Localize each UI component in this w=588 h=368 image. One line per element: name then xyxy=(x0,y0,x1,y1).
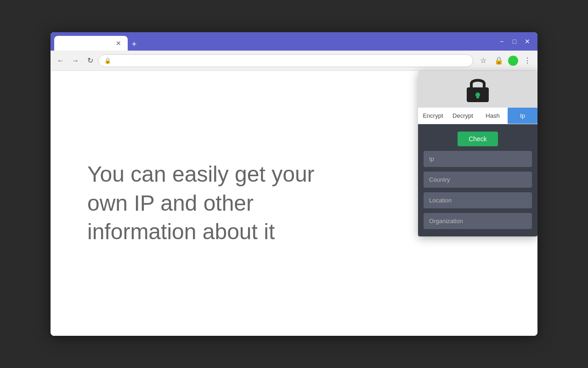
country-field: Country xyxy=(424,172,532,188)
ip-field: Ip xyxy=(424,151,532,167)
popup-tabs: Encrypt Decrypt Hash Ip xyxy=(418,108,537,124)
extension-icon[interactable]: 🔒 xyxy=(492,54,505,67)
organization-field: Organization xyxy=(424,213,532,229)
maximize-button[interactable]: □ xyxy=(510,37,519,46)
tab-decrypt[interactable]: Decrypt xyxy=(448,108,478,124)
toolbar-icons: ☆ 🔒 ⋮ xyxy=(475,54,534,67)
title-bar: ✕ + − □ ✕ xyxy=(51,32,537,51)
tab-encrypt[interactable]: Encrypt xyxy=(418,108,448,124)
extension-popup: Encrypt Decrypt Hash Ip Check Ip Country… xyxy=(418,71,537,236)
address-bar[interactable]: 🔒 xyxy=(98,54,473,67)
location-field: Location xyxy=(424,192,532,208)
minimize-button[interactable]: − xyxy=(497,37,506,46)
tab-area: ✕ + xyxy=(54,32,495,51)
svg-rect-2 xyxy=(476,95,479,98)
popup-body: Check Ip Country Location Organization xyxy=(418,124,537,236)
back-button[interactable]: ← xyxy=(54,54,67,67)
page-text-area: You can easily get your own IP and other… xyxy=(51,132,372,274)
page-content: You can easily get your own IP and other… xyxy=(51,71,537,336)
tab-close-button[interactable]: ✕ xyxy=(115,40,122,47)
main-heading: You can easily get your own IP and other… xyxy=(87,160,335,246)
star-icon[interactable]: ☆ xyxy=(477,54,490,67)
check-button[interactable]: Check xyxy=(458,132,498,146)
browser-window: ✕ + − □ ✕ ← → ↻ 🔒 ☆ 🔒 ⋮ You can easily g… xyxy=(51,32,537,336)
close-button[interactable]: ✕ xyxy=(523,37,532,46)
tab-ip[interactable]: Ip xyxy=(508,108,537,124)
secure-lock-icon: 🔒 xyxy=(104,58,111,64)
browser-tab[interactable]: ✕ xyxy=(54,36,128,51)
user-avatar[interactable] xyxy=(508,56,518,66)
window-controls: − □ ✕ xyxy=(497,37,534,46)
new-tab-button[interactable]: + xyxy=(128,38,141,51)
popup-header xyxy=(418,71,537,108)
forward-button[interactable]: → xyxy=(69,54,82,67)
menu-icon[interactable]: ⋮ xyxy=(521,54,534,67)
lock-icon xyxy=(465,75,491,103)
reload-button[interactable]: ↻ xyxy=(84,54,96,67)
nav-bar: ← → ↻ 🔒 ☆ 🔒 ⋮ xyxy=(51,51,537,71)
tab-hash[interactable]: Hash xyxy=(478,108,508,124)
